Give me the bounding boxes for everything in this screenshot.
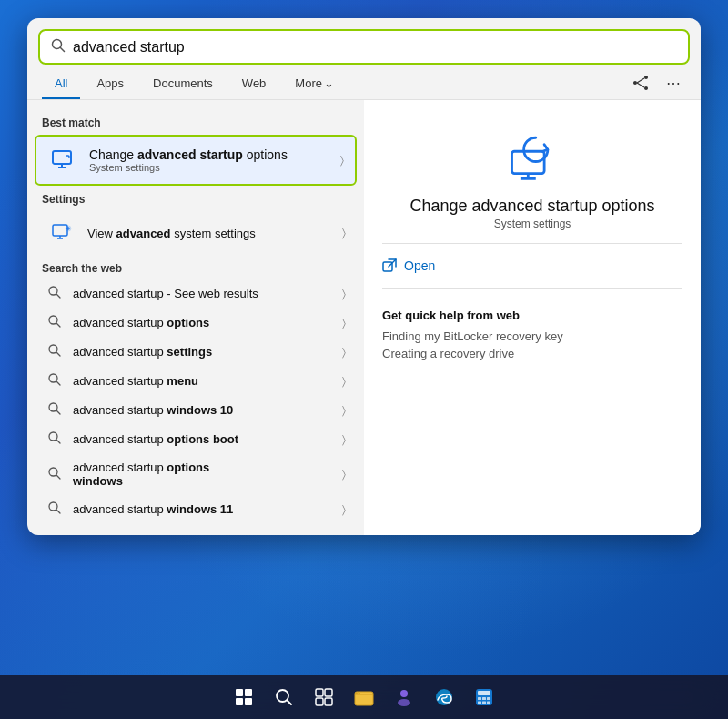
help-link-0[interactable]: Finding my BitLocker recovery key [382, 328, 682, 345]
tab-documents[interactable]: Documents [140, 71, 226, 99]
file-explorer-icon [354, 687, 374, 707]
web-item-text-1: advanced startup options [73, 316, 209, 329]
search-input[interactable] [73, 39, 677, 56]
svg-line-16 [56, 323, 60, 327]
svg-point-42 [398, 699, 410, 706]
web-item-arrow-7: 〉 [342, 503, 346, 516]
open-label: Open [404, 258, 435, 273]
best-match-arrow: 〉 [340, 154, 344, 167]
search-web-icon-6 [46, 467, 64, 482]
svg-line-1 [61, 48, 65, 52]
taskbar-search-button[interactable] [266, 679, 302, 715]
search-web-icon-2 [46, 344, 64, 360]
search-icon [51, 38, 66, 56]
tab-web[interactable]: Web [229, 71, 279, 99]
web-item-arrow-4: 〉 [342, 404, 346, 417]
web-item-5[interactable]: advanced startup options boot 〉 [35, 425, 357, 453]
edge-button[interactable] [426, 679, 462, 715]
teams-icon [394, 687, 414, 707]
svg-line-2 [637, 78, 644, 83]
share-icon[interactable] [628, 70, 653, 96]
web-item-arrow-5: 〉 [342, 433, 346, 446]
right-panel-title: Change advanced startup options [410, 197, 654, 216]
help-link-1[interactable]: Creating a recovery drive [382, 345, 682, 362]
web-item-arrow-3: 〉 [342, 375, 346, 388]
svg-line-28 [56, 510, 60, 513]
svg-point-43 [436, 689, 452, 705]
more-options-icon[interactable]: ⋯ [661, 70, 686, 96]
svg-rect-37 [325, 689, 332, 696]
web-item-4[interactable]: advanced startup windows 10 〉 [35, 396, 357, 424]
web-item-7[interactable]: advanced startup windows 11 〉 [35, 495, 357, 523]
web-item-text-4: advanced startup windows 10 [73, 403, 233, 417]
settings-label: Settings [27, 187, 364, 209]
task-view-icon [315, 688, 333, 706]
web-item-0[interactable]: advanced startup - See web results 〉 [35, 279, 357, 308]
calculator-button[interactable] [466, 679, 502, 715]
svg-line-18 [56, 352, 60, 356]
restart-icon [505, 127, 560, 186]
web-item-arrow-6: 〉 [342, 468, 346, 481]
filter-tabs: All Apps Documents Web More ⌄ ⋯ [27, 65, 701, 100]
svg-rect-38 [316, 698, 323, 705]
svg-rect-40 [355, 692, 373, 705]
right-divider-bottom [382, 288, 682, 289]
web-item-arrow-2: 〉 [342, 346, 346, 359]
svg-line-22 [56, 410, 60, 414]
right-panel-subtitle: System settings [494, 218, 571, 230]
svg-rect-48 [487, 697, 490, 700]
tab-actions: ⋯ [628, 70, 686, 99]
advanced-system-settings-icon [46, 217, 78, 249]
open-external-icon [382, 258, 397, 273]
web-item-text-5: advanced startup options boot [73, 432, 238, 446]
quick-help-label: Get quick help from web [382, 309, 682, 322]
svg-rect-47 [482, 697, 486, 700]
edge-icon [434, 687, 454, 707]
settings-item-advanced-system[interactable]: View advanced system settings 〉 [35, 210, 357, 256]
svg-rect-36 [316, 689, 323, 696]
web-item-text-0: advanced startup - See web results [73, 287, 258, 300]
best-match-title: Change advanced startup options [89, 147, 288, 162]
best-match-item[interactable]: Change advanced startup options System s… [35, 135, 357, 186]
search-web-icon-4 [46, 402, 64, 418]
calculator-icon [474, 687, 494, 707]
settings-item-title: View advanced system settings [87, 227, 256, 240]
best-match-text: Change advanced startup options System s… [89, 147, 288, 173]
svg-rect-39 [325, 698, 332, 705]
tab-apps[interactable]: Apps [84, 71, 136, 99]
system-settings-icon [47, 144, 80, 177]
windows-logo-icon [236, 689, 252, 705]
search-popup: All Apps Documents Web More ⌄ ⋯ [27, 18, 701, 535]
svg-rect-51 [487, 702, 490, 704]
web-item-2[interactable]: advanced startup settings 〉 [35, 338, 357, 366]
svg-point-41 [400, 690, 408, 697]
tab-all[interactable]: All [42, 71, 80, 99]
svg-rect-49 [478, 702, 481, 704]
file-explorer-button[interactable] [346, 679, 382, 715]
web-item-6[interactable]: advanced startup optionswindows 〉 [35, 454, 357, 494]
teams-button[interactable] [386, 679, 422, 715]
task-view-button[interactable] [306, 679, 342, 715]
svg-line-14 [56, 294, 60, 298]
svg-line-20 [56, 381, 60, 385]
web-item-3[interactable]: advanced startup menu 〉 [35, 367, 357, 395]
open-link[interactable]: Open [382, 257, 682, 275]
start-button[interactable] [226, 679, 262, 715]
web-item-arrow-1: 〉 [342, 317, 346, 329]
web-item-text-6: advanced startup optionswindows [73, 461, 209, 488]
taskbar-search-icon [275, 688, 293, 706]
svg-line-35 [288, 701, 292, 705]
svg-rect-50 [482, 702, 486, 704]
best-match-label: Best match [27, 111, 364, 133]
tab-more[interactable]: More ⌄ [282, 71, 347, 99]
chevron-down-icon: ⌄ [324, 76, 334, 90]
right-panel: Change advanced startup options System s… [364, 100, 701, 535]
right-divider-top [382, 243, 682, 244]
web-search-label: Search the web [27, 257, 364, 278]
search-bar [38, 29, 690, 65]
web-item-1[interactable]: advanced startup options 〉 [35, 309, 357, 337]
web-item-text-3: advanced startup menu [73, 374, 198, 388]
svg-rect-29 [512, 151, 545, 173]
web-item-text-2: advanced startup settings [73, 345, 212, 359]
settings-item-text: View advanced system settings [87, 227, 256, 240]
